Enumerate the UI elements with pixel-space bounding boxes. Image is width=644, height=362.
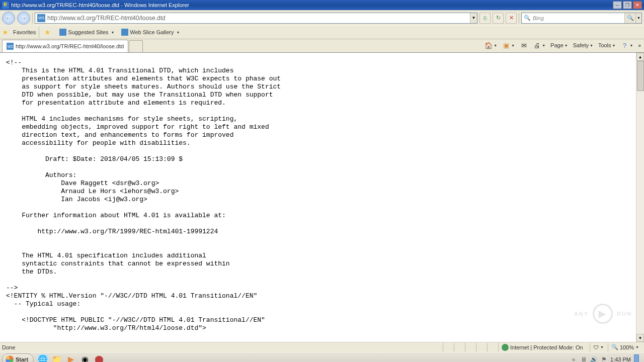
safety-menu[interactable]: Safety▼ bbox=[571, 41, 595, 49]
status-cell bbox=[465, 343, 475, 352]
chevron-down-icon: ▼ bbox=[542, 44, 545, 47]
search-bar[interactable]: 🔍 Bing 🔍 ▼ bbox=[521, 13, 642, 24]
address-bar[interactable]: W3 http://www.w3.org/TR/REC-html40/loose… bbox=[35, 13, 477, 24]
tab-favicon: W3 bbox=[7, 43, 14, 50]
chevron-down-icon: ▼ bbox=[635, 345, 639, 349]
taskbar-app-icon[interactable]: ⬤ bbox=[94, 354, 105, 363]
site-icon: W3 bbox=[37, 14, 45, 22]
home-button[interactable]: 🏠▼ bbox=[482, 40, 499, 50]
new-tab-button[interactable] bbox=[129, 40, 143, 52]
scroll-thumb[interactable] bbox=[637, 61, 644, 91]
chevron-down-icon: ▼ bbox=[111, 31, 114, 34]
vertical-scrollbar[interactable]: ▲ ▼ bbox=[636, 53, 644, 342]
status-cell bbox=[476, 343, 486, 352]
document-text: <!-- This is the HTML 4.01 Transitional … bbox=[0, 53, 644, 338]
start-button[interactable]: Start bbox=[2, 353, 34, 363]
taskbar-explorer-icon[interactable]: 📁 bbox=[51, 354, 62, 363]
search-provider-icon: 🔍 bbox=[524, 15, 531, 22]
chevron-down-icon: ▼ bbox=[630, 44, 633, 47]
print-icon: 🖨 bbox=[533, 41, 541, 49]
refresh-button[interactable]: ↻ bbox=[493, 13, 504, 24]
tray-network-icon[interactable]: 🖥 bbox=[580, 356, 587, 363]
feeds-button[interactable]: ▣▼ bbox=[500, 40, 517, 50]
tab-active[interactable]: W3 http://www.w3.org/TR/REC-html40/loose… bbox=[2, 40, 128, 52]
watermark-text2: RUN bbox=[617, 311, 632, 317]
ie-page-icon bbox=[59, 29, 66, 36]
add-star-icon: ★ bbox=[44, 28, 52, 36]
rss-icon: ▣ bbox=[502, 41, 510, 49]
print-button[interactable]: 🖨▼ bbox=[531, 40, 547, 50]
maximize-button[interactable]: ❐ bbox=[623, 1, 632, 9]
content-area: <!-- This is the HTML 4.01 Transitional … bbox=[0, 52, 644, 342]
command-bar: 🏠▼ ▣▼ ✉ 🖨▼ Page▼ Safety▼ Tools▼ ?▼ » bbox=[482, 40, 641, 50]
chevron-down-icon: ▼ bbox=[590, 44, 593, 47]
taskbar-media-icon[interactable]: ▶ bbox=[65, 354, 76, 363]
home-icon: 🏠 bbox=[485, 41, 493, 49]
read-mail-button[interactable]: ✉ bbox=[518, 40, 530, 50]
address-dropdown[interactable]: ▼ bbox=[470, 13, 477, 23]
minimize-button[interactable]: ─ bbox=[613, 1, 622, 9]
watermark: ANY RUN bbox=[574, 304, 632, 324]
search-dropdown[interactable]: ▼ bbox=[635, 13, 641, 23]
tray-volume-icon[interactable]: 🔊 bbox=[590, 356, 597, 363]
taskbar-chrome-icon[interactable]: ◉ bbox=[79, 354, 91, 363]
safety-label: Safety bbox=[573, 42, 589, 48]
chevron-down-icon: ▼ bbox=[494, 44, 497, 47]
security-zone[interactable]: Internet | Protected Mode: On bbox=[498, 343, 589, 352]
tray-chevron-icon[interactable]: « bbox=[570, 356, 577, 363]
protected-mode-button[interactable]: 🛡▼ bbox=[590, 343, 607, 352]
stop-button[interactable]: ✕ bbox=[506, 13, 517, 24]
suggested-sites-label: Suggested Sites bbox=[68, 29, 108, 35]
favorites-label[interactable]: Favorites bbox=[13, 29, 36, 35]
page-menu[interactable]: Page▼ bbox=[548, 41, 570, 49]
scroll-down-button[interactable]: ▼ bbox=[636, 334, 644, 342]
taskbar-ie-icon[interactable]: 🌐 bbox=[37, 354, 48, 363]
chevron-right-icon[interactable]: » bbox=[638, 43, 641, 48]
page-label: Page bbox=[550, 42, 564, 48]
navigation-bar: ← → W3 http://www.w3.org/TR/REC-html40/l… bbox=[0, 10, 644, 25]
add-to-favorites-bar[interactable]: ★ bbox=[42, 27, 54, 37]
forward-button[interactable]: → bbox=[17, 12, 30, 25]
tools-menu[interactable]: Tools▼ bbox=[596, 41, 618, 49]
chevron-down-icon: ▼ bbox=[612, 44, 616, 47]
search-placeholder: Bing bbox=[533, 15, 624, 21]
favorites-star-icon[interactable]: ★ bbox=[2, 28, 10, 36]
chevron-down-icon: ▼ bbox=[600, 345, 604, 349]
scroll-up-button[interactable]: ▲ bbox=[636, 53, 644, 61]
clock[interactable]: 1:43 PM bbox=[610, 356, 631, 363]
chevron-down-icon: ▼ bbox=[511, 44, 515, 47]
chevron-down-icon: ▼ bbox=[177, 31, 180, 34]
compat-view-button[interactable]: ⎘ bbox=[479, 13, 491, 24]
tab-bar: W3 http://www.w3.org/TR/REC-html40/loose… bbox=[0, 39, 644, 52]
help-button[interactable]: ?▼ bbox=[619, 40, 635, 50]
zoom-value: 100% bbox=[620, 344, 634, 350]
web-slice-label: Web Slice Gallery bbox=[130, 29, 174, 35]
back-button[interactable]: ← bbox=[2, 12, 15, 25]
help-icon: ? bbox=[621, 41, 629, 49]
window-title: http://www.w3.org/TR/REC-html40/loose.dt… bbox=[11, 2, 613, 8]
close-button[interactable]: ✕ bbox=[633, 1, 642, 9]
show-desktop-button[interactable] bbox=[634, 354, 639, 363]
ie-page-icon bbox=[121, 29, 128, 36]
search-button[interactable]: 🔍 bbox=[624, 13, 635, 23]
window-titlebar: http://www.w3.org/TR/REC-html40/loose.dt… bbox=[0, 0, 644, 10]
system-tray: « 🖥 🔊 ⚑ 1:43 PM bbox=[567, 354, 642, 363]
tab-title: http://www.w3.org/TR/REC-html40/loose.dt… bbox=[16, 43, 124, 49]
status-cell bbox=[443, 343, 453, 352]
tools-label: Tools bbox=[598, 42, 611, 48]
globe-icon bbox=[502, 344, 509, 351]
suggested-sites[interactable]: Suggested Sites ▼ bbox=[57, 28, 116, 37]
tray-flag-icon[interactable]: ⚑ bbox=[600, 356, 607, 363]
ie-icon bbox=[2, 2, 9, 9]
zoom-icon: 🔍 bbox=[611, 344, 618, 350]
status-cell bbox=[487, 343, 497, 352]
separator bbox=[39, 27, 39, 38]
web-slice-gallery[interactable]: Web Slice Gallery ▼ bbox=[119, 28, 182, 37]
windows-logo-icon bbox=[6, 355, 14, 363]
zoom-control[interactable]: 🔍100%▼ bbox=[608, 343, 642, 352]
url-text: http://www.w3.org/TR/REC-html40/loose.dt… bbox=[47, 15, 470, 22]
separator bbox=[519, 13, 519, 24]
shield-icon: 🛡 bbox=[593, 344, 599, 350]
status-bar: Done Internet | Protected Mode: On 🛡▼ 🔍1… bbox=[0, 342, 644, 352]
mail-icon: ✉ bbox=[520, 41, 528, 49]
